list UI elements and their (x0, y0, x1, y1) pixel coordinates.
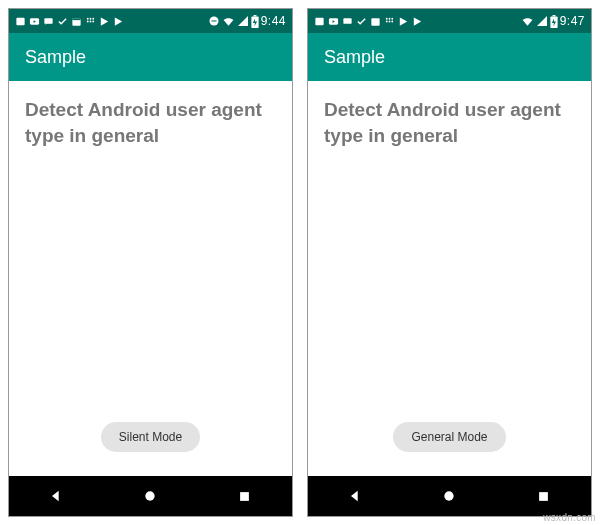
status-clock: 9:44 (261, 14, 286, 28)
signal-icon (237, 15, 249, 27)
calendar-icon (370, 16, 381, 27)
svg-rect-16 (240, 492, 249, 501)
dnd-icon (208, 15, 220, 27)
message-icon (342, 16, 353, 27)
navigation-bar (308, 476, 591, 516)
battery-icon (251, 15, 259, 28)
app-title: Sample (324, 47, 385, 68)
status-icons-left (15, 16, 124, 27)
svg-rect-20 (371, 18, 379, 25)
signal-icon (536, 15, 548, 27)
mode-button[interactable]: General Mode (393, 422, 505, 452)
main-content: Detect Android user agent type in genera… (308, 81, 591, 476)
app-title: Sample (25, 47, 86, 68)
navigation-bar (9, 476, 292, 516)
phone-screen-2: 9:47 Sample Detect Android user agent ty… (307, 8, 592, 517)
nav-home-icon[interactable] (127, 488, 173, 504)
svg-rect-14 (253, 15, 256, 16)
button-row: Silent Mode (25, 422, 276, 466)
app-bar: Sample (308, 33, 591, 81)
wifi-icon (521, 15, 534, 28)
play-icon (412, 16, 423, 27)
apps-icon (85, 16, 96, 27)
svg-point-26 (391, 20, 393, 22)
status-icons-right: 9:47 (521, 14, 585, 28)
svg-rect-12 (211, 21, 216, 22)
svg-point-10 (92, 20, 94, 22)
nav-home-icon[interactable] (426, 488, 472, 504)
play-icon (398, 16, 409, 27)
svg-point-7 (92, 17, 94, 19)
nav-back-icon[interactable] (33, 488, 79, 504)
svg-point-8 (87, 20, 89, 22)
mode-button[interactable]: Silent Mode (101, 422, 200, 452)
svg-point-29 (445, 491, 454, 500)
status-bar: 9:47 (308, 9, 591, 33)
button-row: General Mode (324, 422, 575, 466)
status-clock: 9:47 (560, 14, 585, 28)
svg-point-5 (87, 17, 89, 19)
svg-point-24 (386, 20, 388, 22)
nav-back-icon[interactable] (332, 488, 378, 504)
apps-icon (384, 16, 395, 27)
message-icon (43, 16, 54, 27)
check-icon (57, 16, 68, 27)
app-bar: Sample (9, 33, 292, 81)
play-icon (113, 16, 124, 27)
nav-recent-icon[interactable] (521, 489, 567, 504)
svg-rect-4 (72, 18, 80, 20)
svg-point-22 (389, 17, 391, 19)
nav-recent-icon[interactable] (222, 489, 268, 504)
wifi-icon (222, 15, 235, 28)
status-icons-right: 9:44 (208, 14, 286, 28)
svg-rect-30 (539, 492, 548, 501)
battery-icon (550, 15, 558, 28)
notification-icon (15, 16, 26, 27)
svg-point-25 (389, 20, 391, 22)
main-content: Detect Android user agent type in genera… (9, 81, 292, 476)
check-icon (356, 16, 367, 27)
page-heading: Detect Android user agent type in genera… (324, 97, 575, 148)
svg-rect-17 (315, 17, 323, 24)
svg-rect-0 (16, 17, 24, 24)
svg-rect-19 (343, 18, 351, 24)
svg-point-21 (386, 17, 388, 19)
svg-rect-28 (552, 15, 555, 16)
svg-point-6 (90, 17, 92, 19)
calendar-icon (71, 16, 82, 27)
svg-point-23 (391, 17, 393, 19)
page-heading: Detect Android user agent type in genera… (25, 97, 276, 148)
youtube-icon (328, 16, 339, 27)
watermark-text: wsxdn.com (543, 512, 596, 523)
svg-point-15 (146, 491, 155, 500)
notification-icon (314, 16, 325, 27)
status-bar: 9:44 (9, 9, 292, 33)
status-icons-left (314, 16, 423, 27)
play-icon (99, 16, 110, 27)
phone-screen-1: 9:44 Sample Detect Android user agent ty… (8, 8, 293, 517)
svg-point-9 (90, 20, 92, 22)
youtube-icon (29, 16, 40, 27)
